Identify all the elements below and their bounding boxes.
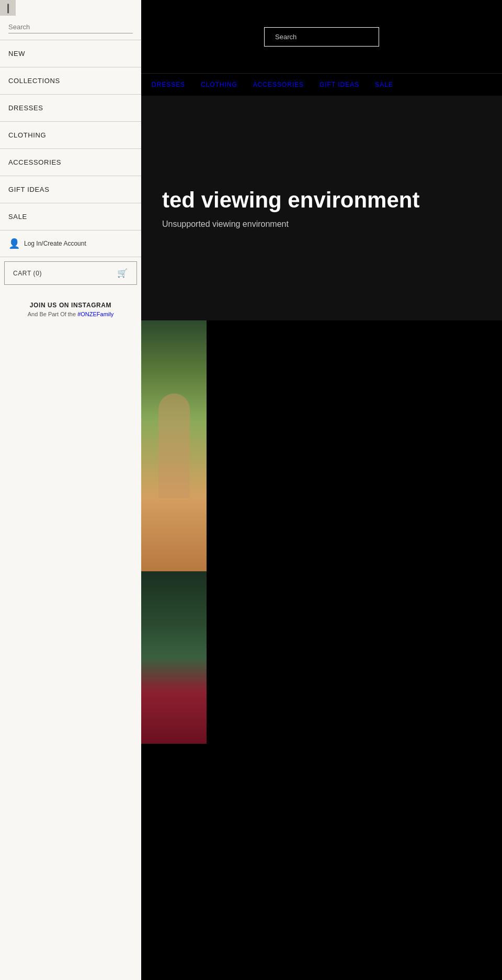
instagram-sub-text: And Be Part Of the #ONZEFamily xyxy=(8,311,133,317)
main-content: DRESSES CLOTHING ACCESSORIES GIFT IDEAS … xyxy=(141,0,502,980)
user-icon: 👤 xyxy=(8,238,20,249)
black-fill-area xyxy=(141,744,502,980)
nav-bar-accessories[interactable]: ACCESSORIES xyxy=(253,81,304,88)
instagram-hashtag-link[interactable]: #ONZEFamily xyxy=(77,311,113,317)
cart-label: CART (0) xyxy=(13,270,42,277)
nav-link-accessories[interactable]: ACCESSORIES xyxy=(0,149,141,176)
image-grid-row-2 xyxy=(141,571,502,744)
image-black-area-2 xyxy=(207,571,502,744)
nav-item-dresses[interactable]: DRESSES xyxy=(0,95,141,122)
cart-icon: 🛒 xyxy=(117,268,128,278)
nav-bar-clothing[interactable]: CLOTHING xyxy=(201,81,237,88)
header-search-input[interactable] xyxy=(275,33,368,41)
sidebar-nav: NEW COLLECTIONS DRESSES CLOTHING ACCESSO… xyxy=(0,40,141,230)
product-image-2 xyxy=(141,571,207,744)
instagram-join-text: JOIN US ON INSTAGRAM xyxy=(8,302,133,309)
header-search-box xyxy=(264,27,379,47)
nav-bar-sale[interactable]: SALE xyxy=(375,81,393,88)
nav-link-collections[interactable]: COLLECTIONS xyxy=(0,67,141,94)
sidebar-search-input[interactable] xyxy=(8,23,133,33)
top-header xyxy=(141,0,502,73)
nav-link-sale[interactable]: SALE xyxy=(0,203,141,230)
image-black-area-1 xyxy=(207,320,502,571)
account-label: Log In/Create Account xyxy=(24,240,86,247)
sidebar-inner: NEW COLLECTIONS DRESSES CLOTHING ACCESSO… xyxy=(0,16,141,980)
nav-item-accessories[interactable]: ACCESSORIES xyxy=(0,149,141,176)
nav-item-gift-ideas[interactable]: GIFT IDEAS xyxy=(0,176,141,203)
sidebar-search-container xyxy=(0,16,141,40)
hero-subtitle: Unsupported viewing environment xyxy=(162,220,419,229)
nav-item-collections[interactable]: COLLECTIONS xyxy=(0,67,141,95)
hero-text-container: ted viewing environment Unsupported view… xyxy=(162,187,419,229)
cart-button[interactable]: CART (0) 🛒 xyxy=(4,261,137,285)
hero-title: ted viewing environment xyxy=(162,187,419,213)
account-login-button[interactable]: 👤 Log In/Create Account xyxy=(0,230,141,257)
image-grid-row-1 xyxy=(141,320,502,571)
nav-item-new[interactable]: NEW xyxy=(0,40,141,67)
hero-section: ted viewing environment Unsupported view… xyxy=(141,96,502,320)
nav-item-clothing[interactable]: CLOTHING xyxy=(0,122,141,149)
nav-link-gift-ideas[interactable]: GIFT IDEAS xyxy=(0,176,141,203)
nav-link-dresses[interactable]: DRESSES xyxy=(0,95,141,121)
nav-bar-dresses[interactable]: DRESSES xyxy=(152,81,185,88)
nav-link-new[interactable]: NEW xyxy=(0,40,141,67)
product-image-1 xyxy=(141,320,207,571)
menu-icon: ❙ xyxy=(4,2,12,14)
sidebar-toggle-button[interactable]: ❙ xyxy=(0,0,16,16)
nav-bar-gift-ideas[interactable]: GIFT IDEAS xyxy=(320,81,359,88)
nav-link-clothing[interactable]: CLOTHING xyxy=(0,122,141,148)
sidebar: ❙ NEW COLLECTIONS DRESSES CLOTHING ACCES… xyxy=(0,0,141,980)
instagram-section: JOIN US ON INSTAGRAM And Be Part Of the … xyxy=(0,289,141,330)
nav-item-sale[interactable]: SALE xyxy=(0,203,141,230)
main-nav-bar: DRESSES CLOTHING ACCESSORIES GIFT IDEAS … xyxy=(141,73,502,96)
